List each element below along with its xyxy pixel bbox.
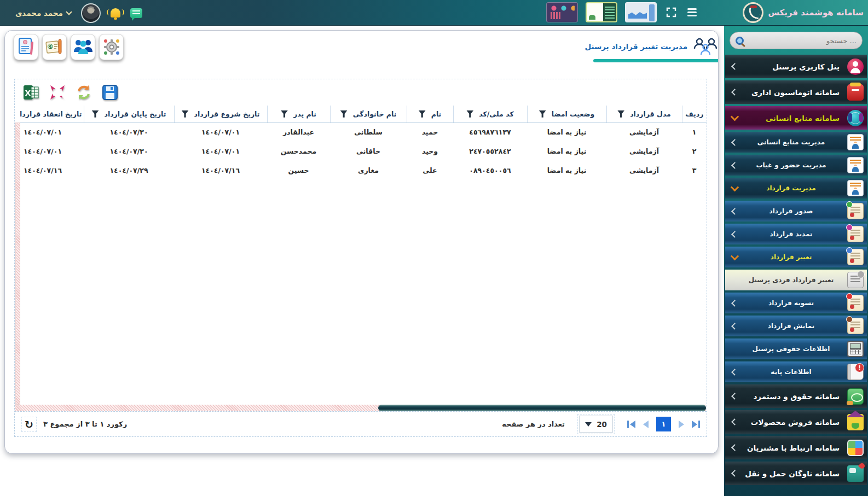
sidebar-item-label: تسویه قرارداد xyxy=(738,299,844,307)
sidebar-item[interactable]: مدیریت قرارداد xyxy=(725,178,867,199)
chevron-down-icon xyxy=(731,186,738,190)
pay-document-button[interactable]: $ xyxy=(42,34,67,60)
column-header-label: کد ملی/کد xyxy=(479,110,513,118)
filter-funnel-icon[interactable] xyxy=(92,110,99,118)
filter-funnel-icon[interactable] xyxy=(419,110,426,118)
sidebar-item[interactable]: اطلاعات حقوقی پرسنل xyxy=(725,339,867,359)
pagination-bar: ١ 20 تعداد در هر صفحه رکورد ١ تا ٣ از مج… xyxy=(15,411,707,436)
filter-funnel-icon[interactable] xyxy=(281,110,288,118)
table-cell: ١٤٠٤/٠٧/٠١ xyxy=(174,142,267,161)
column-header-label: نام پدر xyxy=(293,110,316,118)
last-page-button[interactable] xyxy=(692,421,700,428)
table-cell: عبدالقادر xyxy=(267,122,330,142)
horizontal-scrollbar[interactable] xyxy=(15,405,706,411)
table-row[interactable]: ١آزمایشینیاز به امضا٤٥٦٩٨٧٦١٣٧حمیدسلطانی… xyxy=(20,122,707,142)
dashboard-preview-1[interactable] xyxy=(546,2,578,22)
chevron-left-icon xyxy=(731,209,738,214)
table-cell: وحید xyxy=(407,142,453,161)
sidebar-item[interactable]: سامانه اتوماسیون اداری xyxy=(725,80,867,104)
chevron-left-icon xyxy=(731,163,738,168)
sidebar-item[interactable]: سامانه منابع انسانی xyxy=(725,106,867,130)
contract-management-icon xyxy=(847,180,864,196)
first-page-button[interactable] xyxy=(627,421,635,428)
dashboard-preview-3[interactable] xyxy=(625,2,657,22)
sidebar-item-label: اطلاعات پایه xyxy=(738,368,844,376)
refresh-data-icon[interactable] xyxy=(75,84,92,101)
filter-funnel-icon[interactable] xyxy=(617,110,624,118)
table-row[interactable]: ٢آزمایشینیاز به امضا٢٤٧٠٥٥٢٨٤٢وحیدخاقانی… xyxy=(20,142,707,161)
table-cell: آزمایشی xyxy=(606,122,682,142)
save-icon[interactable] xyxy=(101,84,119,101)
filter-funnel-icon[interactable] xyxy=(182,110,189,118)
column-header: وضعیت امضا xyxy=(527,106,606,122)
previous-page-button[interactable] xyxy=(643,421,649,428)
column-header: تاریخ پایان قرارداد xyxy=(84,106,174,122)
filter-funnel-icon[interactable] xyxy=(466,110,473,118)
sidebar-item[interactable]: پنل کاربری پرسنل xyxy=(725,55,867,78)
sidebar-item[interactable]: تسویه قرارداد xyxy=(725,293,867,313)
search-box xyxy=(730,32,863,49)
filter-funnel-icon[interactable] xyxy=(340,110,348,118)
sidebar-item[interactable]: سامانه ارتباط با مشتریان xyxy=(725,436,867,459)
page-navigation: ١ xyxy=(627,417,700,431)
table-cell: علی xyxy=(407,161,453,180)
sidebar-item[interactable]: تغییر قرارداد xyxy=(725,247,867,267)
column-header-label: نام خانوادگی xyxy=(353,110,397,118)
sidebar-item[interactable]: مدیریت منابع انسانی xyxy=(725,132,867,153)
people-icon xyxy=(693,37,718,56)
horizontal-scrollbar-thumb[interactable] xyxy=(378,405,706,411)
hamburger-menu-icon[interactable] xyxy=(685,4,698,21)
collapse-columns-icon[interactable] xyxy=(49,84,66,101)
filter-funnel-icon[interactable] xyxy=(539,110,546,118)
table-row[interactable]: ٣آزمایشینیاز به امضا٠٨٩٠٤٥٠٠٥٦علیمغاریحس… xyxy=(20,161,707,180)
vertical-scrollbar[interactable] xyxy=(15,122,20,405)
crm-system-icon xyxy=(847,440,864,456)
messages-icon[interactable] xyxy=(130,8,142,18)
settings-network-button[interactable] xyxy=(99,34,124,60)
sidebar-item[interactable]: سامانه حقوق و دستمزد xyxy=(725,384,867,408)
user-menu[interactable]: محمد محمدی xyxy=(15,9,71,17)
contracts-table: ردیفمدل قراردادوضعیت امضاکد ملی/کدنامنام… xyxy=(20,106,707,180)
sidebar-item-label: مدیریت منابع انسانی xyxy=(738,138,844,146)
column-header: تاریخ انعقاد قرارداد xyxy=(20,106,84,122)
hr-management-icon xyxy=(847,134,864,150)
sidebar: پنل کاربری پرسنلسامانه اتوماسیون اداریسا… xyxy=(724,26,868,496)
sidebar-item[interactable]: سامانه ناوگان حمل و نقل xyxy=(725,462,867,485)
fullscreen-icon[interactable] xyxy=(664,4,678,21)
avatar[interactable] xyxy=(81,3,101,23)
sidebar-item[interactable]: نمایش قرارداد xyxy=(725,316,867,336)
table-cell: ١٤٠٤/٠٧/١٦ xyxy=(174,161,267,180)
per-page-select[interactable]: 20 xyxy=(579,416,613,433)
personnel-group-button[interactable] xyxy=(71,34,95,60)
export-excel-icon[interactable]: X xyxy=(22,84,40,101)
sidebar-item[interactable]: مدیریت حضور و غیاب xyxy=(725,155,867,176)
page-title: مدیریت تغییر قرارداد پرسنل xyxy=(585,42,687,51)
chevron-down-icon xyxy=(731,116,738,120)
sidebar-item[interactable]: صدور قرارداد xyxy=(725,201,867,221)
table-toolbar: X xyxy=(15,79,707,106)
sidebar-item[interactable]: تغییر قرارداد فردی پرسنل xyxy=(725,270,867,290)
sidebar-item-label: سامانه ارتباط با مشتریان xyxy=(738,444,844,452)
hr-system-icon xyxy=(847,110,864,126)
sidebar-item[interactable]: سامانه فروش محصولات xyxy=(725,410,867,434)
column-header-label: مدل قرارداد xyxy=(630,110,671,118)
renew-contract-icon xyxy=(847,226,864,242)
table-cell: ٣ xyxy=(682,161,707,180)
search-input[interactable] xyxy=(748,37,857,45)
chevron-left-icon xyxy=(731,419,738,424)
refresh-records-icon[interactable]: ↻ xyxy=(21,417,37,432)
dashboard-preview-2[interactable] xyxy=(586,2,617,22)
sidebar-item-label: مدیریت قرارداد xyxy=(738,184,844,192)
notifications-bell-icon[interactable] xyxy=(111,8,120,17)
chevron-left-icon xyxy=(731,232,738,237)
contract-document-button[interactable] xyxy=(14,34,38,60)
current-page-button[interactable]: ١ xyxy=(656,417,671,431)
next-page-button[interactable] xyxy=(679,421,684,428)
sidebar-item[interactable]: تمدید قرارداد xyxy=(725,224,867,244)
payroll-info-icon xyxy=(847,341,864,357)
column-header-label: وضعیت امضا xyxy=(552,110,595,118)
column-header: نام خانوادگی xyxy=(330,106,407,122)
sidebar-item[interactable]: اطلاعات پایه xyxy=(725,361,867,382)
tab-contract-change-management[interactable]: مدیریت تغییر قرارداد پرسنل xyxy=(566,31,718,62)
table-body: ١آزمایشینیاز به امضا٤٥٦٩٨٧٦١٣٧حمیدسلطانی… xyxy=(20,122,707,180)
